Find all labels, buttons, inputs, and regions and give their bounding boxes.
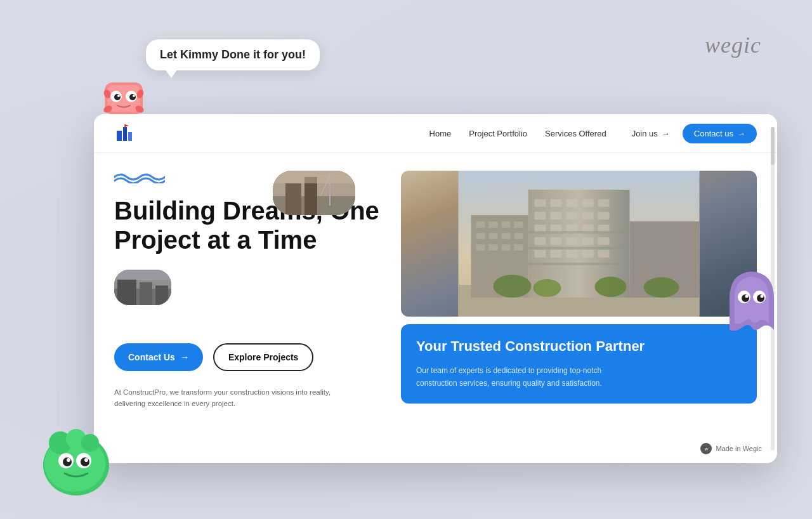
hero-description: At ConstructPro, we transform your const… xyxy=(114,386,355,410)
svg-rect-44 xyxy=(117,279,136,305)
svg-rect-75 xyxy=(598,250,610,258)
svg-rect-31 xyxy=(128,132,132,141)
svg-rect-87 xyxy=(502,244,511,251)
purple-monster xyxy=(723,266,780,336)
browser-window: Home Project Portfolio Services Offered … xyxy=(94,114,777,463)
svg-rect-78 xyxy=(489,221,498,228)
svg-rect-83 xyxy=(502,233,511,239)
svg-rect-53 xyxy=(566,199,578,207)
svg-point-27 xyxy=(67,458,70,462)
svg-rect-85 xyxy=(476,244,485,251)
svg-rect-96 xyxy=(528,231,630,233)
svg-point-22 xyxy=(81,434,99,452)
svg-rect-56 xyxy=(535,212,546,220)
logo-icon xyxy=(114,123,134,143)
svg-point-5 xyxy=(129,94,136,100)
trusted-description: Our team of experts is dedicated to prov… xyxy=(416,365,606,389)
trusted-card: Your Trusted Construction Partner Our te… xyxy=(401,324,757,404)
svg-rect-79 xyxy=(502,221,511,228)
nav-portfolio[interactable]: Project Portfolio xyxy=(469,129,527,138)
svg-rect-58 xyxy=(566,212,578,220)
svg-marker-33 xyxy=(125,124,129,127)
main-content: Building Dreams, One Project at a Time xyxy=(94,153,777,463)
hero-image-bottom xyxy=(114,270,171,305)
nav-services[interactable]: Services Offered xyxy=(545,129,606,138)
svg-rect-88 xyxy=(514,244,523,251)
svg-rect-36 xyxy=(285,183,301,215)
svg-rect-57 xyxy=(551,212,562,220)
svg-rect-71 xyxy=(535,250,546,258)
svg-rect-52 xyxy=(551,199,562,207)
explore-projects-button[interactable]: Explore Projects xyxy=(213,343,314,371)
nav-join-arrow: → xyxy=(662,129,670,138)
svg-rect-77 xyxy=(476,221,485,228)
nav-join-label: Join us xyxy=(632,129,658,138)
svg-rect-66 xyxy=(535,237,546,245)
svg-rect-41 xyxy=(273,171,355,183)
contact-us-button[interactable]: Contact Us → xyxy=(114,343,203,371)
made-in-badge: w Made in Wegic xyxy=(700,443,762,454)
svg-rect-51 xyxy=(535,199,546,207)
svg-point-7 xyxy=(133,95,135,97)
made-in-icon: w xyxy=(700,443,712,454)
nav-links: Home Project Portfolio Services Offered xyxy=(429,129,606,138)
svg-rect-81 xyxy=(476,233,485,239)
svg-point-6 xyxy=(117,95,120,97)
svg-point-92 xyxy=(595,277,627,297)
svg-point-93 xyxy=(644,277,679,298)
svg-rect-82 xyxy=(489,233,498,239)
svg-rect-67 xyxy=(551,237,562,245)
left-column: Building Dreams, One Project at a Time xyxy=(114,171,381,449)
svg-rect-94 xyxy=(528,263,630,265)
contact-us-label: Contact Us xyxy=(128,352,175,362)
nav-contact-arrow: → xyxy=(737,129,745,138)
svg-rect-30 xyxy=(123,127,127,141)
svg-point-16 xyxy=(745,295,749,298)
made-in-label: Made in Wegic xyxy=(716,445,762,452)
svg-rect-73 xyxy=(566,250,578,258)
building-image xyxy=(401,171,757,317)
svg-point-91 xyxy=(534,279,561,297)
svg-rect-69 xyxy=(582,237,594,245)
speech-bubble: Let Kimmy Done it for you! xyxy=(146,39,320,70)
svg-rect-47 xyxy=(114,270,171,280)
svg-rect-45 xyxy=(140,282,152,305)
hero-image-top xyxy=(273,171,355,215)
cta-buttons: Contact Us → Explore Projects xyxy=(114,343,381,371)
svg-rect-80 xyxy=(514,221,523,228)
right-column: Your Trusted Construction Partner Our te… xyxy=(401,171,757,449)
contact-us-arrow: → xyxy=(180,352,189,362)
wegic-logo: wegic xyxy=(705,32,761,58)
nav-join[interactable]: Join us → xyxy=(632,129,670,138)
scrollbar-thumb[interactable] xyxy=(771,127,775,165)
nav-home[interactable]: Home xyxy=(429,129,452,138)
nav-logo xyxy=(114,123,134,143)
svg-rect-72 xyxy=(551,250,562,258)
svg-rect-84 xyxy=(514,233,523,239)
svg-rect-46 xyxy=(155,286,168,305)
navigation: Home Project Portfolio Services Offered … xyxy=(94,114,777,153)
svg-rect-59 xyxy=(582,212,594,220)
green-monster xyxy=(38,417,114,500)
nav-contact-button[interactable]: Contact us → xyxy=(683,124,757,143)
svg-rect-60 xyxy=(598,212,610,220)
svg-rect-54 xyxy=(582,199,594,207)
svg-rect-74 xyxy=(582,250,594,258)
nav-contact-label: Contact us xyxy=(694,129,733,138)
svg-rect-86 xyxy=(489,244,498,251)
trusted-title: Your Trusted Construction Partner xyxy=(416,338,742,355)
pink-monster xyxy=(98,70,149,121)
svg-rect-29 xyxy=(117,131,122,141)
svg-point-90 xyxy=(494,275,532,298)
svg-point-4 xyxy=(114,94,121,100)
explore-label: Explore Projects xyxy=(228,352,299,362)
svg-point-17 xyxy=(761,295,764,298)
svg-point-28 xyxy=(84,458,88,462)
svg-rect-95 xyxy=(528,247,630,249)
svg-rect-70 xyxy=(598,237,610,245)
svg-rect-55 xyxy=(598,199,610,207)
svg-rect-68 xyxy=(566,237,578,245)
